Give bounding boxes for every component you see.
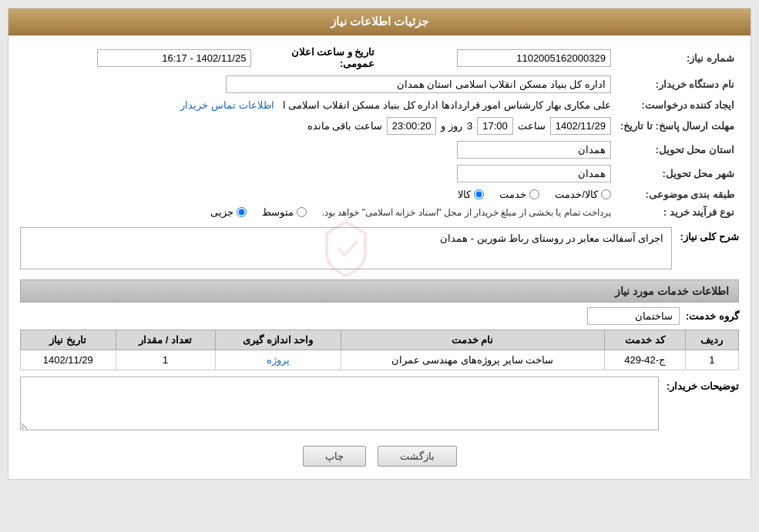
province-value: همدان (20, 138, 616, 162)
city-label: شهر محل تحویل: (616, 162, 739, 186)
need-number-value: 1102005162000329 (379, 43, 615, 72)
deadline-date-row: 1402/11/29 ساعت 17:00 3 روز و 23:00:20 س… (25, 117, 611, 135)
buyer-org-label: نام دستگاه خریدار: (616, 72, 739, 96)
deadline-time-label: ساعت (518, 120, 546, 132)
narration-section: شرح کلی نیاز: اجرای آسفالت معابر در روست… (20, 227, 739, 273)
radio-service[interactable]: خدمت (499, 189, 539, 200)
radio-service-input[interactable] (529, 189, 539, 199)
info-table-top: شماره نیاز: 1102005162000329 تاریخ و ساع… (20, 43, 739, 221)
narration-label: شرح کلی نیاز: (680, 227, 739, 243)
buyer-desc-section: توضیحات خریدار: (20, 376, 739, 430)
back-button[interactable]: بازگشت (378, 446, 457, 467)
service-table: ردیف کد خدمت نام خدمت واحد اندازه گیری ت… (20, 330, 739, 370)
deadline-time-box: 17:00 (477, 117, 513, 135)
purchase-medium-label: متوسط (262, 206, 294, 218)
row-category: طبقه بندی موضوعی: کالا/خدمت خدمت (20, 186, 739, 203)
buyer-desc-label: توضیحات خریدار: (667, 376, 739, 392)
purchase-note-text: پرداخت تمام یا بخشی از مبلغ خریدار از مح… (322, 207, 611, 218)
cat-service-label: خدمت (499, 189, 526, 200)
row-creator: ایجاد کننده درخواست: علی مکاری بهار کارش… (20, 96, 739, 114)
province-label: استان محل تحویل: (616, 138, 739, 162)
province-box: همدان (457, 141, 611, 159)
announcement-date-label: تاریخ و ساعت اعلان عمومی: (256, 43, 379, 72)
radio-goods[interactable]: کالا (458, 189, 484, 200)
remaining-label: ساعت باقی مانده (307, 120, 382, 132)
row-city: شهر محل تحویل: همدان (20, 162, 739, 186)
purchase-partial-label: جزیی (210, 206, 233, 218)
creator-value: علی مکاری بهار کارشناس امور قراردادها اد… (20, 96, 616, 114)
print-button[interactable]: چاپ (303, 446, 366, 467)
col-quantity: تعداد / مقدار (116, 330, 215, 350)
col-need-date: تاریخ نیاز (21, 330, 116, 350)
radio-partial[interactable]: جزیی (210, 206, 247, 218)
col-service-name: نام خدمت (341, 330, 604, 350)
service-table-body: 1 ج-42-429 ساخت سایر پروژه‌های مهندسی عم… (21, 350, 739, 370)
purchase-type-label: نوع فرآیند خرید : (616, 203, 739, 221)
deadline-day-label: روز و (441, 120, 462, 132)
row-purchase-type: نوع فرآیند خرید : پرداخت تمام یا بخشی از… (20, 203, 739, 221)
radio-goods-service-input[interactable] (601, 189, 611, 199)
logo-overlay-svg (315, 218, 377, 279)
cell-need-date: 1402/11/29 (21, 350, 116, 370)
need-number-box: 1102005162000329 (457, 49, 611, 67)
radio-goods-input[interactable] (474, 189, 484, 199)
row-need-number: شماره نیاز: 1102005162000329 تاریخ و ساع… (20, 43, 739, 72)
cell-service-name: ساخت سایر پروژه‌های مهندسی عمران (341, 350, 604, 370)
group-label: گروه خدمت: (686, 310, 739, 322)
col-unit: واحد اندازه گیری (215, 330, 341, 350)
cell-service-code: ج-42-429 (604, 350, 685, 370)
buyer-org-box: اداره کل بنیاد مسکن انقلاب اسلامی استان … (226, 75, 611, 93)
creator-label: ایجاد کننده درخواست: (616, 96, 739, 114)
radio-goods-service[interactable]: کالا/خدمت (555, 189, 611, 200)
cell-unit: پروژه (215, 350, 341, 370)
cell-row-num: 1 (685, 350, 738, 370)
cell-quantity: 1 (116, 350, 215, 370)
deadline-days: 3 (467, 120, 472, 132)
announcement-date-box: 1402/11/25 - 16:17 (97, 49, 251, 67)
cat-goods-service-label: کالا/خدمت (555, 189, 598, 200)
row-province: استان محل تحویل: همدان (20, 138, 739, 162)
narration-value: اجرای آسفالت معابر در روستای رباط شورین … (440, 233, 663, 244)
deadline-label: مهلت ارسال پاسخ: تا تاریخ: (616, 114, 739, 138)
buyer-desc-textarea[interactable] (20, 376, 659, 430)
need-number-label: شماره نیاز: (616, 43, 739, 72)
deadline-row: 1402/11/29 ساعت 17:00 3 روز و 23:00:20 س… (20, 114, 616, 138)
cat-goods-label: کالا (458, 189, 471, 200)
buyer-org-value: اداره کل بنیاد مسکن انقلاب اسلامی استان … (20, 72, 616, 96)
radio-medium-input[interactable] (297, 207, 307, 217)
table-row: 1 ج-42-429 ساخت سایر پروژه‌های مهندسی عم… (21, 350, 739, 370)
services-section-header: اطلاعات خدمات مورد نیاز (20, 279, 739, 303)
deadline-date-box: 1402/11/29 (550, 117, 611, 135)
footer-buttons: بازگشت چاپ (20, 437, 739, 471)
row-buyer-org: نام دستگاه خریدار: اداره کل بنیاد مسکن ا… (20, 72, 739, 96)
col-service-code: کد خدمت (604, 330, 685, 350)
purchase-type-value: پرداخت تمام یا بخشی از مبلغ خریدار از مح… (20, 203, 616, 221)
card-header: جزئیات اطلاعات نیاز (8, 8, 751, 35)
service-table-header-row: ردیف کد خدمت نام خدمت واحد اندازه گیری ت… (21, 330, 739, 350)
main-card: جزئیات اطلاعات نیاز شماره نیاز: 11020051… (8, 8, 751, 480)
group-value: ساختمان (587, 307, 680, 325)
service-table-head: ردیف کد خدمت نام خدمت واحد اندازه گیری ت… (21, 330, 739, 350)
creator-link[interactable]: اطلاعات تماس خریدار (180, 99, 274, 111)
radio-partial-input[interactable] (237, 207, 247, 217)
page-title: جزئیات اطلاعات نیاز (331, 15, 428, 28)
category-radio-group: کالا/خدمت خدمت کالا (25, 189, 611, 200)
radio-medium[interactable]: متوسط (262, 206, 307, 218)
row-deadline: مهلت ارسال پاسخ: تا تاریخ: 1402/11/29 سا… (20, 114, 739, 138)
city-box: همدان (457, 165, 611, 182)
remaining-time-box: 23:00:20 (387, 117, 437, 135)
card-body: شماره نیاز: 1102005162000329 تاریخ و ساع… (8, 35, 751, 479)
creator-text: علی مکاری بهار کارشناس امور قراردادها اد… (283, 99, 611, 111)
narration-text: اجرای آسفالت معابر در روستای رباط شورین … (20, 227, 672, 269)
page-wrapper: جزئیات اطلاعات نیاز شماره نیاز: 11020051… (0, 0, 759, 532)
col-row-num: ردیف (685, 330, 738, 350)
purchase-radio-group: پرداخت تمام یا بخشی از مبلغ خریدار از مح… (25, 206, 611, 218)
category-radios: کالا/خدمت خدمت کالا (20, 186, 616, 203)
category-label: طبقه بندی موضوعی: (616, 186, 739, 203)
group-row: گروه خدمت: ساختمان (20, 307, 739, 325)
narration-area: اجرای آسفالت معابر در روستای رباط شورین … (20, 227, 672, 273)
city-value: همدان (20, 162, 616, 186)
announcement-date-value: 1402/11/25 - 16:17 (20, 43, 256, 72)
